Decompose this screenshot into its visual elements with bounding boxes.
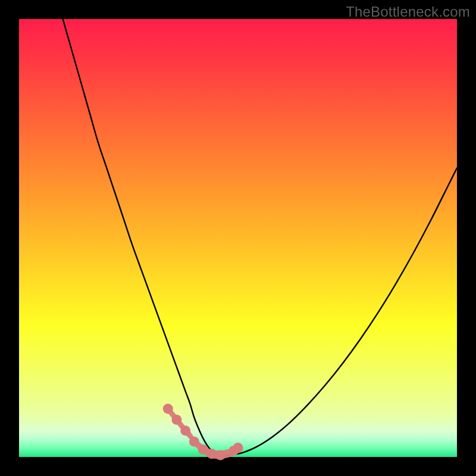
valley-marker-dot [215,450,226,461]
valley-marker-dot [233,443,243,453]
valley-marker-dot [171,415,181,425]
valley-marker-dot [180,425,190,436]
marker-group [163,404,243,461]
valley-marker-dot [206,449,217,459]
plot-area [19,19,457,457]
valley-marker-dot [198,444,208,455]
bottleneck-curve [63,19,457,456]
valley-marker-dot [163,404,173,414]
valley-marker-dot [189,437,199,447]
curve-svg [19,19,457,457]
chart-frame: TheBottleneck.com [0,0,476,476]
watermark-label: TheBottleneck.com [346,4,470,20]
